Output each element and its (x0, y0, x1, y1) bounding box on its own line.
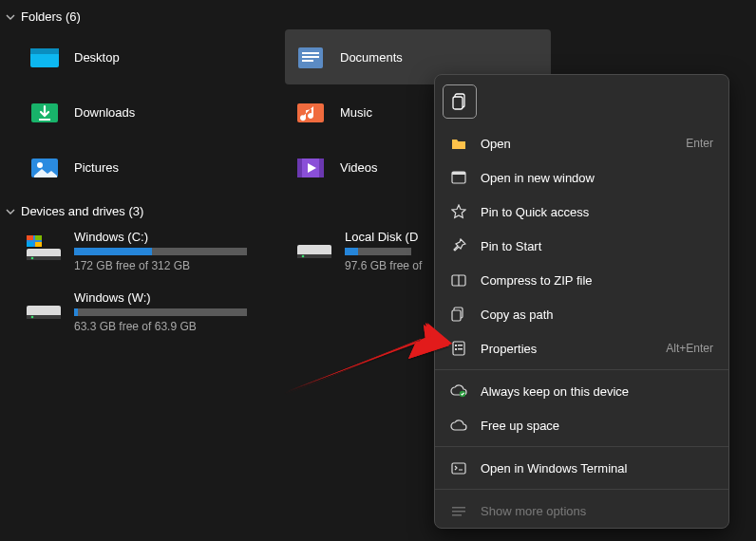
drive-capacity-bar (345, 248, 411, 255)
drive-capacity-bar (74, 248, 247, 255)
drive-icon (295, 233, 333, 264)
pin-icon (450, 237, 467, 254)
folder-label: Desktop (74, 50, 120, 65)
cloud-check-icon (450, 382, 467, 400)
section-header-folders[interactable]: Folders (6) (0, 0, 756, 29)
svg-rect-20 (27, 242, 33, 247)
ctx-always-keep[interactable]: Always keep on this device (435, 374, 728, 408)
ctx-label: Always keep on this device (481, 384, 713, 399)
svg-rect-13 (319, 159, 324, 177)
drive-c[interactable]: Windows (C:) 172 GB free of 312 GB (19, 224, 290, 285)
svg-rect-19 (35, 235, 42, 240)
ctx-label: Properties (481, 342, 652, 356)
ctx-open-terminal[interactable]: Open in Windows Terminal (435, 451, 728, 485)
music-icon (294, 96, 327, 128)
desktop-icon (28, 41, 61, 73)
ctx-label: Open in new window (481, 171, 713, 185)
folder-open-icon (450, 135, 467, 152)
folder-label: Videos (340, 160, 378, 175)
section-title: Devices and drives (3) (21, 204, 143, 218)
svg-point-24 (302, 255, 305, 258)
videos-icon (294, 151, 327, 183)
svg-rect-38 (458, 345, 463, 346)
folder-downloads[interactable]: Downloads (19, 84, 285, 140)
svg-rect-21 (35, 242, 42, 247)
svg-rect-36 (455, 345, 457, 346)
ctx-label: Open (481, 137, 672, 151)
ctx-open[interactable]: Open Enter (435, 126, 728, 160)
ctx-accelerator: Enter (686, 137, 713, 150)
more-icon (450, 502, 467, 519)
drive-free-text: 63.3 GB free of 63.9 GB (74, 320, 284, 333)
ctx-open-new-window[interactable]: Open in new window (435, 160, 728, 195)
os-drive-icon (25, 233, 63, 264)
ctx-show-more[interactable]: Show more options (435, 494, 728, 528)
svg-rect-1 (30, 48, 59, 54)
svg-rect-34 (452, 310, 461, 321)
ctx-copy-path[interactable]: Copy as path (435, 297, 728, 331)
svg-rect-29 (453, 97, 463, 109)
copy-button[interactable] (443, 84, 477, 119)
drive-name: Windows (C:) (74, 230, 284, 244)
drive-w[interactable]: Windows (W:) 63.3 GB free of 63.9 GB (19, 285, 290, 345)
ctx-label: Show more options (481, 504, 713, 518)
section-title: Folders (6) (21, 9, 81, 24)
folder-label: Pictures (74, 160, 119, 175)
ctx-label: Free up space (481, 419, 713, 433)
svg-rect-37 (455, 348, 457, 350)
ctx-properties[interactable]: Properties Alt+Enter (435, 331, 728, 365)
folder-pictures[interactable]: Pictures (19, 140, 285, 195)
folder-label: Downloads (74, 105, 135, 120)
drive-capacity-bar (74, 308, 247, 316)
ctx-label: Pin to Start (481, 239, 713, 253)
ctx-label: Compress to ZIP file (481, 273, 713, 288)
ctx-label: Copy as path (481, 308, 713, 322)
drive-free-text: 172 GB free of 312 GB (74, 259, 284, 272)
ctx-compress-zip[interactable]: Compress to ZIP file (435, 263, 728, 297)
svg-point-10 (37, 162, 43, 168)
folder-label: Documents (340, 50, 403, 65)
context-menu-separator (435, 446, 728, 447)
svg-rect-44 (452, 514, 462, 516)
svg-rect-3 (302, 52, 319, 54)
drive-icon (25, 294, 63, 325)
downloads-icon (28, 96, 61, 128)
svg-rect-7 (39, 119, 50, 121)
chevron-down-icon (6, 207, 15, 216)
context-menu-separator (435, 369, 728, 370)
star-icon (450, 203, 467, 220)
context-menu: Open Enter Open in new window Pin to Qui… (434, 74, 729, 529)
svg-rect-5 (302, 60, 313, 62)
drive-name: Windows (W:) (74, 290, 284, 305)
folder-desktop[interactable]: Desktop (19, 29, 285, 84)
pictures-icon (28, 151, 61, 183)
properties-icon (450, 340, 467, 357)
svg-rect-4 (302, 56, 319, 58)
ctx-label: Open in Windows Terminal (481, 461, 713, 476)
copy-icon (452, 93, 467, 110)
ctx-accelerator: Alt+Enter (666, 342, 713, 355)
ctx-pin-quick[interactable]: Pin to Quick access (435, 195, 728, 229)
documents-icon (294, 41, 327, 73)
zip-icon (450, 271, 467, 289)
chevron-down-icon (6, 12, 15, 22)
terminal-icon (450, 459, 467, 476)
new-window-icon (450, 169, 467, 186)
svg-rect-18 (27, 235, 33, 240)
folder-label: Music (340, 105, 372, 120)
svg-rect-12 (297, 159, 302, 177)
ctx-free-up-space[interactable]: Free up space (435, 408, 728, 442)
ctx-pin-start[interactable]: Pin to Start (435, 229, 728, 263)
svg-point-27 (31, 316, 34, 319)
svg-rect-43 (452, 511, 465, 513)
svg-rect-39 (458, 348, 463, 350)
svg-rect-31 (452, 172, 465, 175)
copy-path-icon (450, 306, 467, 323)
context-menu-separator (435, 489, 728, 490)
svg-point-16 (31, 257, 34, 260)
cloud-icon (450, 417, 467, 434)
svg-rect-42 (452, 507, 465, 509)
svg-rect-41 (452, 463, 465, 474)
ctx-label: Pin to Quick access (481, 205, 713, 219)
